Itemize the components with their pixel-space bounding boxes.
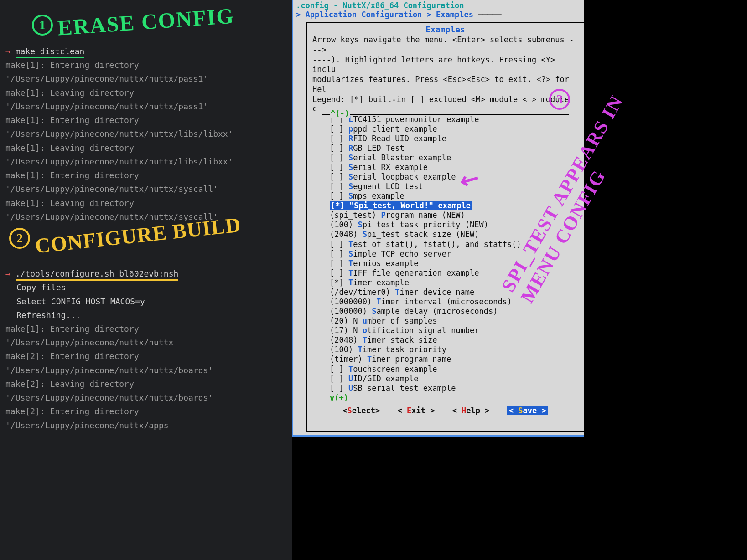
menu-option[interactable]: (20) N umber of samples	[322, 316, 569, 326]
terminal-output: make[2]: Entering directory '/Users/Lupp…	[5, 405, 286, 432]
menu-option[interactable]: [ ] USB serial test example	[322, 384, 569, 393]
menu-option[interactable]: (2048) Spi_test stack size (NEW)	[322, 230, 569, 239]
menu-option[interactable]: (17) N otification signal number	[322, 326, 569, 335]
menu-help: modularizes features. Press <Esc><Esc> t…	[307, 75, 584, 95]
menu-option[interactable]: (1000000) Timer interval (microseconds)	[322, 297, 569, 307]
terminal-line: → make distclean	[5, 45, 286, 58]
terminal-output: Select CONFIG_HOST_MACOS=y	[5, 295, 286, 308]
terminal-output: make[1]: Entering directory '/Users/Lupp…	[5, 322, 286, 349]
terminal-output: make[1]: Leaving directory '/Users/Luppy…	[5, 141, 286, 169]
menu-option[interactable]: (/dev/timer0) Timer device name	[322, 288, 569, 297]
menu-option[interactable]: [ ] Serial Blaster example	[322, 153, 569, 163]
menu-option[interactable]: [ ] Termios example	[322, 259, 569, 268]
menu-help: Arrow keys navigate the menu. <Enter> se…	[307, 35, 584, 55]
menu-option[interactable]: [ ] UID/GID example	[322, 374, 569, 384]
menu-option[interactable]: [ ] LTC4151 powermonitor example	[322, 115, 569, 124]
terminal-output: Refreshing...	[5, 308, 286, 322]
menu-option[interactable]: [*] Timer example	[322, 278, 569, 288]
menu-option[interactable]: [*] "Spi_test, World!" example	[322, 201, 472, 211]
menu-option[interactable]: [ ] Simple TCP echo server	[322, 249, 569, 259]
menu-option[interactable]: (2048) Timer stack size	[322, 335, 569, 345]
menu-option[interactable]: (100) Spi_test task priority (NEW)	[322, 220, 569, 230]
terminal-output: make[1]: Leaving directory '/Users/Luppy…	[5, 196, 286, 224]
menuconfig-window[interactable]: .config - NuttX/x86_64 Configuration > A…	[292, 0, 584, 437]
terminal-output: make[2]: Entering directory '/Users/Lupp…	[5, 349, 286, 377]
command-1: make distclean	[16, 46, 85, 58]
terminal-pane[interactable]: → make distclean make[1]: Entering direc…	[0, 0, 292, 560]
prompt-icon: →	[5, 269, 16, 278]
select-button[interactable]: <SSelectelect>	[342, 406, 380, 415]
menu-help: ----). Highlighted letters are hotkeys. …	[307, 55, 584, 75]
terminal-line: → ./tools/configure.sh bl602evb:nsh	[5, 267, 286, 281]
help-button[interactable]: < Help >	[452, 406, 490, 415]
menu-option[interactable]: (spi_test) Program name (NEW)	[322, 211, 569, 220]
menu-option[interactable]: [ ] Serial loopback example	[322, 172, 569, 182]
scroll-up-icon[interactable]: ^(-)	[330, 109, 350, 118]
menu-heading: Examples	[307, 23, 584, 35]
menuconfig-title: .config - NuttX/x86_64 Configuration	[293, 0, 584, 10]
menu-option[interactable]: (100000) Sample delay (microseconds)	[322, 307, 569, 316]
menu-option[interactable]: [ ] RFID Read UID example	[322, 134, 569, 144]
menu-option[interactable]: [ ] Touchscreen example	[322, 365, 569, 374]
menu-option[interactable]: [ ] Smps example	[322, 191, 569, 201]
save-button[interactable]: < Save >	[507, 406, 548, 415]
menu-option[interactable]: [ ] pppd client example	[322, 124, 569, 134]
menu-option[interactable]: (timer) Timer program name	[322, 354, 569, 364]
exit-button[interactable]: < Exit >	[397, 406, 435, 415]
menu-button-bar: <SSelectelect> < Exit > < Help > < Save …	[307, 402, 584, 417]
terminal-output: make[2]: Leaving directory '/Users/Luppy…	[5, 377, 286, 405]
terminal-output: make[1]: Entering directory '/Users/Lupp…	[5, 113, 286, 141]
menu-option[interactable]: [ ] Serial RX example	[322, 163, 569, 172]
terminal-output: make[1]: Entering directory '/Users/Lupp…	[5, 169, 286, 196]
breadcrumb: > Application Configuration > Examples ─…	[293, 10, 584, 19]
terminal-output: Copy files	[5, 281, 286, 294]
menu-option[interactable]: [ ] Test of stat(), fstat(), and statfs(…	[322, 240, 569, 249]
scroll-down-icon[interactable]: v(+)	[322, 393, 569, 402]
menu-list[interactable]: ^(-) [ ] LTC4151 powermonitor example[ ]…	[322, 114, 569, 402]
menu-option[interactable]: [ ] Segment LCD test	[322, 182, 569, 191]
command-2: ./tools/configure.sh bl602evb:nsh	[16, 269, 179, 281]
menu-option[interactable]: (100) Timer task priority	[322, 345, 569, 354]
menu-option[interactable]: [ ] TIFF file generation example	[322, 268, 569, 278]
terminal-output: make[1]: Leaving directory '/Users/Luppy…	[5, 86, 286, 113]
prompt-icon: →	[5, 46, 16, 56]
menu-option[interactable]: [ ] RGB LED Test	[322, 144, 569, 153]
terminal-output: make[1]: Entering directory '/Users/Lupp…	[5, 58, 286, 86]
